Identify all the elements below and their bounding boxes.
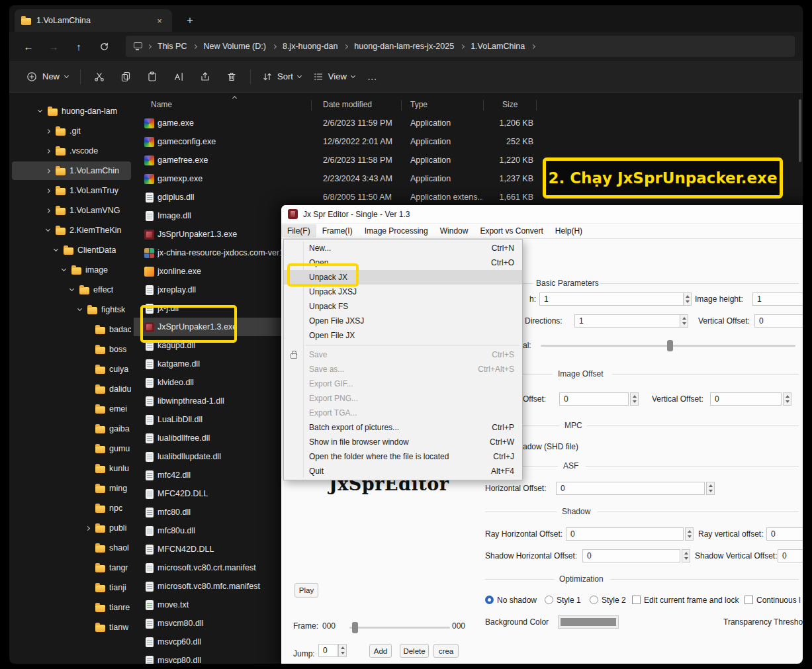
sidebar-item[interactable]: badac — [12, 320, 131, 339]
back-button[interactable]: ← — [16, 36, 41, 57]
style1-radio[interactable] — [545, 596, 553, 604]
shadow-horizontal-offset-spinner[interactable] — [682, 549, 690, 562]
column-header-name[interactable]: Name — [151, 100, 172, 109]
no-shadow-label[interactable]: No shadow — [497, 596, 537, 605]
play-button[interactable]: Play — [294, 583, 318, 598]
column-divider[interactable] — [311, 100, 312, 111]
menu-item[interactable]: Unpack FS — [284, 299, 522, 314]
sidebar-item[interactable]: fightsk — [12, 300, 131, 319]
image-width-spinner[interactable] — [683, 292, 692, 306]
directions-spinner[interactable] — [680, 314, 688, 328]
sidebar-item[interactable]: huong-dan-lam — [12, 102, 131, 120]
menu-item[interactable]: Save Ctrl+S — [284, 347, 522, 362]
breadcrumb-label[interactable]: New Volume (D:) — [202, 40, 267, 53]
paste-button[interactable] — [139, 66, 165, 87]
sidebar-item[interactable]: gaiba — [12, 420, 131, 438]
sidebar-item[interactable]: 1.VoLamChin — [12, 161, 131, 180]
sidebar-item[interactable]: effect — [12, 281, 131, 299]
sidebar-item[interactable]: kunlu — [12, 459, 131, 478]
style1-label[interactable]: Style 1 — [557, 596, 581, 605]
tree-chevron-icon[interactable] — [61, 267, 66, 271]
tree-chevron-icon[interactable] — [45, 148, 50, 153]
no-shadow-radio[interactable] — [485, 596, 494, 604]
breadcrumb-segment[interactable]: 1.VoLamChina — [469, 40, 535, 53]
shadow-horizontal-offset-input[interactable]: 0 — [582, 549, 680, 562]
style2-radio[interactable] — [590, 596, 598, 604]
explorer-tab[interactable]: 1.VoLamChina × — [15, 9, 172, 32]
forward-button[interactable]: → — [41, 36, 66, 57]
shadow-vertical-offset-input[interactable]: 0 — [778, 549, 803, 562]
tab-close-icon[interactable]: × — [154, 15, 165, 26]
add-button[interactable]: Add — [369, 644, 392, 658]
menu-item[interactable]: Show in file browser window Ctrl+W — [284, 435, 522, 449]
new-button[interactable]: New — [20, 67, 75, 86]
menu-item[interactable]: Save as... Ctrl+Alt+S — [284, 362, 522, 377]
tree-chevron-icon[interactable] — [53, 247, 58, 251]
breadcrumb-segment[interactable]: This PC — [156, 40, 197, 53]
column-divider[interactable] — [401, 100, 402, 111]
sort-button[interactable]: Sort — [256, 67, 307, 86]
sidebar-item[interactable]: dalidu — [12, 380, 131, 398]
refresh-button[interactable] — [91, 36, 116, 57]
background-color-swatch[interactable] — [558, 615, 619, 629]
column-header-date[interactable]: Date modified — [323, 100, 372, 109]
sidebar-item[interactable]: tianji — [12, 578, 131, 597]
ray-horizontal-offset-input[interactable]: 0 — [566, 527, 684, 541]
ray-vertical-offset-input[interactable]: 0 — [766, 527, 803, 541]
menu-item[interactable]: Export GIF... — [284, 377, 522, 391]
sidebar-item[interactable]: .vscode — [12, 142, 131, 160]
column-header-type[interactable]: Type — [410, 100, 428, 109]
tree-chevron-icon[interactable] — [45, 208, 50, 212]
breadcrumb[interactable]: This PC New Volume (D:) 8.jx-huong-dan h… — [126, 36, 795, 57]
ray-horizontal-offset-spinner[interactable] — [685, 527, 694, 541]
scrollbar-thumb[interactable] — [799, 99, 801, 162]
tree-chevron-icon[interactable] — [45, 188, 50, 193]
copy-button[interactable] — [113, 66, 139, 87]
jump-input[interactable]: 0 — [318, 644, 338, 657]
menu-item[interactable]: Unpack JXSJ — [284, 285, 522, 299]
column-divider[interactable] — [483, 100, 484, 111]
menu-item[interactable]: Export PNG... — [284, 391, 522, 406]
delete-button[interactable]: Delete — [400, 644, 429, 658]
asf-horizontal-offset-input[interactable]: 0 — [556, 482, 705, 495]
sidebar-item[interactable]: tangr — [12, 558, 131, 577]
sidebar-item[interactable]: ming — [12, 479, 131, 498]
menu-item[interactable]: Open File JX — [284, 328, 522, 343]
horizontal-offset2-spinner[interactable] — [630, 392, 639, 406]
continuous-label[interactable]: Continuous l — [756, 596, 801, 605]
breadcrumb-label[interactable]: 8.jx-huong-dan — [281, 40, 339, 53]
sidebar-item[interactable]: boss — [12, 340, 131, 359]
directions-input[interactable]: 1 — [574, 314, 680, 328]
menu-item[interactable]: Open File JXSJ — [284, 314, 522, 328]
sidebar-item[interactable]: emei — [12, 400, 131, 418]
cut-button[interactable] — [86, 66, 113, 87]
tree-chevron-icon[interactable] — [77, 306, 81, 311]
jump-spinner[interactable] — [338, 644, 347, 657]
vertical-offset1-input[interactable]: 0 — [754, 314, 803, 328]
tree-chevron-icon[interactable] — [45, 128, 50, 133]
table-row[interactable]: game.exe 2/6/2023 11:59 PM Application 1… — [134, 114, 803, 132]
see-more-button[interactable]: … — [361, 71, 384, 82]
sidebar-item[interactable]: tianw — [12, 618, 131, 637]
up-button[interactable]: ↑ — [66, 36, 91, 57]
table-row[interactable]: gameconfig.exe 12/6/2022 2:01 AM Applica… — [134, 132, 803, 151]
image-height-input[interactable]: 1 — [752, 292, 803, 306]
rename-button[interactable] — [165, 66, 192, 87]
breadcrumb-label[interactable]: 1.VoLamChina — [469, 40, 526, 53]
delete-button[interactable] — [218, 66, 245, 87]
view-button[interactable]: View — [307, 67, 361, 86]
sidebar-item[interactable]: shaol — [12, 539, 131, 557]
menu-item[interactable]: Export TGA... — [284, 406, 522, 420]
tree-chevron-icon[interactable] — [37, 108, 42, 112]
menu-item[interactable]: Batch export of pictures... Ctrl+P — [284, 420, 522, 435]
breadcrumb-segment[interactable]: huong-dan-lam-res-jx-2025 — [353, 40, 464, 53]
column-divider[interactable] — [536, 100, 537, 111]
sidebar-item[interactable]: gumu — [12, 439, 131, 458]
edit-lock-checkbox[interactable] — [632, 596, 641, 604]
interval-slider-thumb[interactable] — [667, 340, 673, 351]
sidebar-item[interactable]: 1.VoLamTruy — [12, 181, 131, 200]
share-button[interactable] — [192, 66, 218, 87]
vertical-offset2-input[interactable]: 0 — [710, 392, 782, 406]
create-button[interactable]: crea — [433, 644, 459, 658]
image-width-input[interactable]: 1 — [539, 292, 684, 306]
